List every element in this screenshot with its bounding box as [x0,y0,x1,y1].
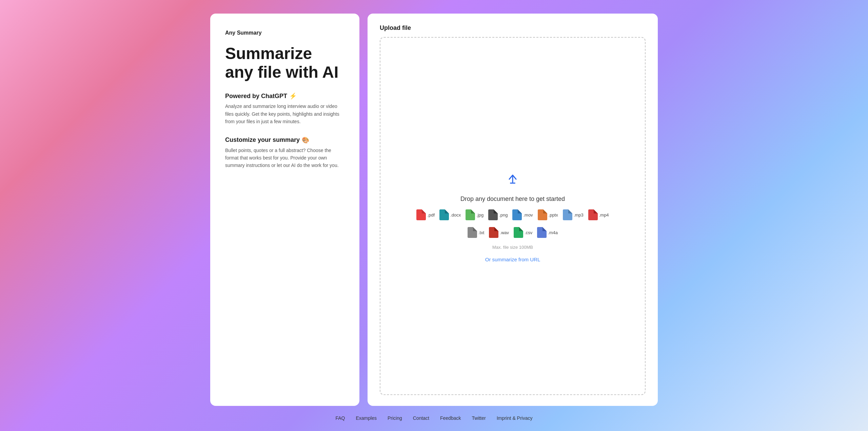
file-type-docx: .docx [439,209,461,220]
feature-chatgpt: Powered by ChatGPT ⚡ Analyze and summari… [225,92,344,125]
jpg-icon [466,209,475,220]
mov-icon [512,209,522,220]
file-type-pdf: .pdf [416,209,435,220]
footer-link-twitter[interactable]: Twitter [472,415,486,421]
pdf-icon [416,209,426,220]
drop-text: Drop any document here to get started [460,195,565,203]
file-type-txt: .txt [468,227,484,238]
feature-customize: Customize your summary 🎨 Bullet points, … [225,136,344,169]
m4a-icon [537,227,547,238]
upload-icon [503,170,522,189]
footer-link-pricing[interactable]: Pricing [388,415,402,421]
csv-icon [514,227,523,238]
upload-title: Upload file [380,24,646,32]
right-panel: Upload file Drop any document here to ge… [368,14,658,406]
feature-chatgpt-heading: Powered by ChatGPT ⚡ [225,92,344,100]
mp3-icon [563,209,572,220]
footer: FAQExamplesPricingContactFeedbackTwitter… [335,415,532,421]
main-content: Any Summary Summarize any file with AI P… [210,14,658,406]
file-type-mp3: .mp3 [563,209,584,220]
file-type-mp4: .mp4 [588,209,609,220]
file-size-text: Max. file size 100MB [492,245,533,250]
pptx-icon [538,209,547,220]
lightning-icon: ⚡ [289,92,297,100]
file-type-mov: .mov [512,209,533,220]
svg-rect-1 [512,176,513,183]
left-panel: Any Summary Summarize any file with AI P… [210,14,359,406]
txt-icon [468,227,477,238]
docx-icon [439,209,449,220]
file-type-wav: .wav [489,227,509,238]
brand-name: Any Summary [225,30,344,36]
feature-customize-heading: Customize your summary 🎨 [225,136,344,144]
upload-icon-wrap [503,170,522,189]
png-icon [488,209,498,220]
footer-link-contact[interactable]: Contact [413,415,429,421]
file-type-m4a: .m4a [537,227,558,238]
file-type-png: .png [488,209,508,220]
file-types-row-2: .txt .wav .csv .m4a [468,227,558,238]
file-type-pptx: .pptx [538,209,558,220]
file-type-csv: .csv [514,227,532,238]
hero-title: Summarize any file with AI [225,44,344,81]
mp4-icon [588,209,598,220]
dropzone[interactable]: Drop any document here to get started .p… [380,37,646,395]
wav-icon [489,227,498,238]
url-summarize-link[interactable]: Or summarize from URL [485,257,540,262]
feature-chatgpt-desc: Analyze and summarize long interview aud… [225,102,344,125]
svg-rect-0 [510,183,515,184]
footer-link-feedback[interactable]: Feedback [440,415,461,421]
footer-link-imprint-&-privacy[interactable]: Imprint & Privacy [497,415,533,421]
file-type-jpg: .jpg [466,209,484,220]
paint-icon: 🎨 [302,136,309,144]
footer-link-examples[interactable]: Examples [356,415,376,421]
feature-customize-desc: Bullet points, quotes or a full abstract… [225,147,344,169]
footer-link-faq[interactable]: FAQ [335,415,345,421]
file-types-row: .pdf .docx .jpg .png .mov [416,209,609,220]
